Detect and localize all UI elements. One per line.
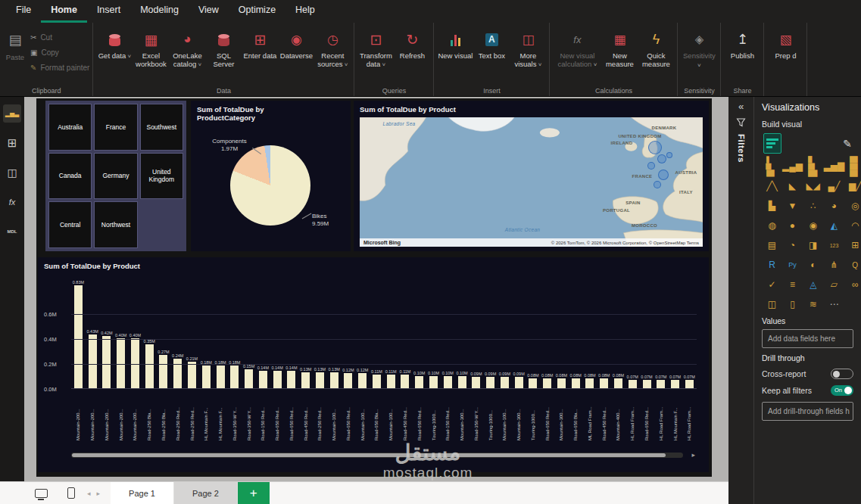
filled-map-icon[interactable]: ● (782, 219, 803, 232)
bar[interactable] (685, 380, 694, 389)
python-visual-icon[interactable]: Py (782, 258, 803, 272)
bar[interactable] (600, 378, 608, 388)
map-bubble[interactable] (654, 181, 661, 188)
stacked-column-chart-icon[interactable]: ▂▄▆ (782, 160, 803, 173)
bar[interactable] (230, 366, 239, 388)
stacked-bar-chart-icon[interactable]: ▂▄▆ (762, 160, 782, 173)
map-body[interactable]: Labrador SeaAtlantic OceanDENMARKUNITED … (360, 117, 703, 247)
qa-visual-icon[interactable]: Q (844, 258, 861, 272)
publish-button[interactable]: ↥Publish (724, 28, 760, 61)
bar[interactable] (543, 378, 551, 388)
bar[interactable] (585, 378, 594, 388)
cross-report-toggle[interactable] (831, 369, 853, 379)
slicer-icon[interactable]: ◨ (803, 238, 824, 252)
format-pencil-icon[interactable]: ✎ (843, 138, 852, 150)
add-page-button[interactable]: + (238, 482, 270, 504)
excel-workbook-button[interactable]: ▦Excel workbook (133, 28, 169, 69)
bar-chart-visual[interactable]: Sum of TotalDue by Product 0.83M0.43M0.4… (38, 257, 709, 472)
map-bubble[interactable] (647, 162, 655, 170)
gauge-icon[interactable]: ◠ (844, 219, 861, 232)
r-script-visual-icon[interactable]: R (762, 258, 782, 272)
bar[interactable] (316, 372, 324, 388)
clustered-bar-chart-icon[interactable]: ▃▅▇ (803, 160, 824, 173)
quick-measure-button[interactable]: ϟQuick measure (638, 28, 674, 69)
menu-item-optimize[interactable]: Optimize (229, 0, 285, 23)
azure-map-icon[interactable]: ◭ (824, 219, 845, 232)
dax-query-view-button[interactable]: fx (3, 193, 21, 211)
table-view-button[interactable]: ⊞ (3, 134, 21, 152)
waterfall-chart-icon[interactable]: ▙ (762, 199, 782, 213)
menu-item-home[interactable]: Home (41, 0, 87, 23)
arcgis-map-icon[interactable]: ◬ (803, 278, 824, 291)
scatter-chart-icon[interactable]: ∴ (803, 199, 824, 213)
multi-row-card-icon[interactable]: ▤ (762, 238, 782, 252)
bar[interactable] (145, 344, 154, 388)
report-page[interactable]: AustraliaFranceSouthwestCanadaGermanyUni… (36, 98, 712, 477)
slicer-tile-central[interactable]: Central (48, 201, 92, 248)
decomposition-tree-icon[interactable]: ⋔ (824, 258, 845, 272)
area-chart-icon[interactable]: ◣ (782, 179, 803, 193)
new-visual-button[interactable]: New visual (437, 28, 473, 61)
menu-item-insert[interactable]: Insert (87, 0, 130, 23)
bar[interactable] (472, 377, 480, 388)
bar[interactable] (401, 375, 409, 388)
transform-data-button[interactable]: ⊡Transform data ˅ (357, 28, 394, 70)
map-bubble[interactable] (658, 170, 669, 180)
model-view-button[interactable]: ◫ (3, 163, 21, 182)
tmdl-view-button[interactable]: MDL (3, 222, 21, 241)
shape-map-icon[interactable]: ◉ (803, 219, 824, 232)
map-icon[interactable]: ◍ (762, 219, 782, 232)
bar[interactable] (273, 371, 282, 388)
map-visual[interactable]: Sum of TotalDue by Product (354, 101, 709, 251)
chart-horizontal-scrollbar[interactable] (71, 453, 683, 458)
selected-visual-stacked-bar-icon[interactable] (763, 133, 781, 154)
bar[interactable] (387, 375, 395, 388)
bar[interactable] (344, 373, 352, 388)
bar[interactable] (671, 380, 679, 389)
bar[interactable] (117, 338, 125, 388)
bar[interactable] (429, 376, 438, 388)
bar[interactable] (217, 366, 225, 388)
bar[interactable] (287, 371, 295, 388)
enter-data-button[interactable]: ⊞Enter data (242, 28, 278, 61)
pie-chart-icon[interactable]: ◕ (824, 199, 845, 213)
button-slicer-icon[interactable]: ◫ (762, 297, 782, 311)
slicer-tile-france[interactable]: France (94, 104, 137, 151)
page-tab-page-2[interactable]: Page 2 (174, 482, 238, 504)
menu-item-help[interactable]: Help (285, 0, 325, 23)
bar[interactable] (501, 377, 509, 388)
slicer-tile-australia[interactable]: Australia (48, 104, 92, 151)
bar[interactable] (529, 378, 537, 388)
drill-through-field-well[interactable]: Add drill-through fields h (762, 402, 853, 421)
bar[interactable] (202, 366, 211, 388)
power-automate-icon[interactable]: ∞ (844, 278, 861, 291)
text-box-button[interactable]: AText box (473, 28, 510, 61)
previous-page-arrow[interactable]: ◂ (87, 490, 91, 497)
bar[interactable] (486, 377, 494, 388)
keep-all-filters-toggle[interactable]: On (831, 385, 853, 396)
bar[interactable] (657, 380, 665, 389)
slicer-tile-northwest[interactable]: Northwest (94, 201, 137, 248)
kpi-icon[interactable]: ◔ (782, 238, 803, 252)
get-data-button[interactable]: Get data ˅ (96, 28, 133, 62)
menu-item-view[interactable]: View (189, 0, 229, 23)
desktop-view-icon[interactable] (35, 489, 48, 498)
pie-chart[interactable] (230, 145, 310, 226)
filters-pane-collapsed[interactable]: « Filters (728, 96, 753, 504)
page-tab-page-1[interactable]: Page 1 (111, 482, 174, 504)
refresh-button[interactable]: ↻Refresh (394, 28, 430, 61)
recent-sources-button[interactable]: ◷Recent sources ˅ (314, 28, 351, 70)
menu-item-modeling[interactable]: Modeling (130, 0, 189, 23)
new-card-icon[interactable]: ▯ (782, 297, 803, 311)
next-page-arrow[interactable]: ▸ (97, 490, 101, 497)
bar[interactable] (301, 372, 310, 388)
pie-chart-visual[interactable]: Sum of TotalDue by ProductCategory Compo… (191, 101, 351, 251)
bar[interactable] (245, 369, 253, 388)
line-chart-icon[interactable]: ╱╲ (762, 179, 782, 193)
bar[interactable] (259, 371, 267, 388)
bar[interactable] (102, 336, 111, 388)
bar[interactable] (173, 359, 182, 388)
clustered-column-chart-icon[interactable]: ▃▅▇ (824, 160, 845, 173)
bar[interactable] (74, 285, 83, 388)
region-tile-slicer-visual[interactable]: AustraliaFranceSouthwestCanadaGermanyUni… (45, 101, 186, 251)
